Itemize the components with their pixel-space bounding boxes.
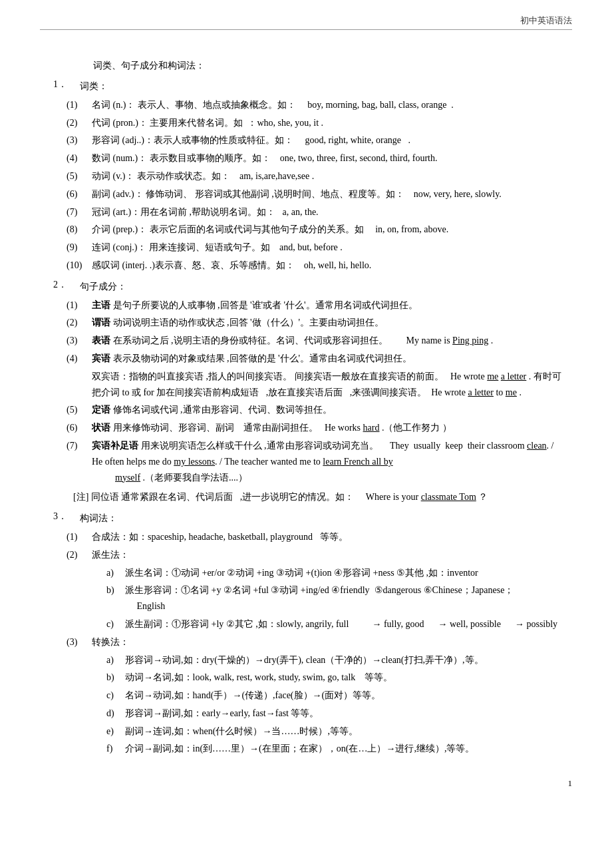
header-title: 初中英语语法: [520, 15, 572, 25]
sentence-part-predicative: (3) 表语 在系动词之后 ,说明主语的身份或特征。名词、代词或形容词担任。 M…: [67, 333, 565, 349]
conversion-noun-verb: c) 名词→动词,如：hand(手）→(传递）,face(脸）→(面对）等等。: [106, 688, 565, 704]
sentence-part-predicate: (2) 谓语 动词说明主语的动作或状态 ,回答 '做（什么）'。主要由动词担任。: [67, 315, 565, 331]
conversion-adv-conj: e) 副词→连词,如：when(什么时候）→当……时候）,等等。: [106, 724, 565, 740]
derivation-adverb: c) 派生副词：①形容词 +ly ②其它 ,如：slowly, angrily,…: [106, 616, 565, 632]
word-type-pronoun: (2) 代词 (pron.)： 主要用来代替名词。如 ：who, she, yo…: [67, 115, 565, 131]
sentence-part-adverbial: (6) 状语 用来修饰动词、形容词、副词 通常由副词担任。 He works h…: [67, 420, 565, 436]
sentence-part-attribute: (5) 定语 修饰名词或代词 ,通常由形容词、代词、数词等担任。: [67, 402, 565, 418]
sentence-parts-list: (1) 主语 是句子所要说的人或事物 ,回答是 '谁'或者 '什么'。通常用名词…: [67, 298, 565, 486]
word-type-adverb: (6) 副词 (adv.)： 修饰动词、 形容词或其他副词 ,说明时间、地点、程…: [67, 186, 565, 202]
derivation-list: a) 派生名词：①动词 +er/or ②动词 +ing ③动词 +(t)ion …: [106, 565, 565, 632]
conversion-items: a) 形容词→动词,如：dry(干燥的）→dry(弄干), clean（干净的）…: [106, 652, 565, 758]
word-formation-list: (1) 合成法：如：spaceship, headache, basketbal…: [67, 529, 565, 563]
section1-title: 1． 词类：: [53, 79, 565, 95]
word-types-list: (1) 名词 (n.)： 表示人、事物、地点或抽象概念。如： boy, morn…: [67, 97, 565, 274]
formation-compound: (1) 合成法：如：spaceship, headache, basketbal…: [67, 529, 565, 545]
sentence-part-double-object: 双宾语：指物的叫直接宾语 ,指人的叫间接宾语。 间接宾语一般放在直接宾语的前面。…: [67, 369, 565, 401]
derivation-noun: a) 派生名词：①动词 +er/or ②动词 +ing ③动词 +(t)ion …: [106, 565, 565, 581]
word-type-numeral: (4) 数词 (num.)： 表示数目或事物的顺序。如： one, two, t…: [67, 150, 565, 166]
content: 词类、句子成分和构词法： 1． 词类： (1) 名词 (n.)： 表示人、事物、…: [53, 60, 565, 757]
word-type-noun: (1) 名词 (n.)： 表示人、事物、地点或抽象概念。如： boy, morn…: [67, 97, 565, 113]
word-type-preposition: (8) 介词 (prep.)： 表示它后面的名词或代词与其他句子成分的关系。如 …: [67, 222, 565, 238]
sentence-part-subject: (1) 主语 是句子所要说的人或事物 ,回答是 '谁'或者 '什么'。通常用名词…: [67, 298, 565, 314]
conversion-adj-verb: a) 形容词→动词,如：dry(干燥的）→dry(弄干), clean（干净的）…: [106, 652, 565, 668]
conversion-adj-adv: d) 形容词→副词,如：early→early, fast→fast 等等。: [106, 706, 565, 722]
section2-title: 2． 句子成分：: [53, 279, 565, 295]
section-word-types: 1． 词类： (1) 名词 (n.)： 表示人、事物、地点或抽象概念。如： bo…: [53, 79, 565, 274]
section-sentence-parts: 2． 句子成分： (1) 主语 是句子所要说的人或事物 ,回答是 '谁'或者 '…: [53, 279, 565, 505]
section3-title: 3． 构词法：: [53, 511, 565, 527]
formation-conversion: (3) 转换法：: [67, 634, 565, 650]
intro-text: 词类、句子成分和构词法：: [93, 60, 565, 72]
page-header: 初中英语语法: [40, 15, 572, 30]
word-type-article: (7) 冠词 (art.)：用在名词前 ,帮助说明名词。如： a, an, th…: [67, 204, 565, 220]
section-word-formation: 3． 构词法： (1) 合成法：如：spaceship, headache, b…: [53, 511, 565, 757]
formation-derivation: (2) 派生法：: [67, 547, 565, 563]
sentence-part-object: (4) 宾语 表示及物动词的对象或结果 ,回答做的是 '什么'。通常由名词或代词…: [67, 351, 565, 367]
page-number: 1: [568, 778, 573, 789]
conversion-list: (3) 转换法：: [67, 634, 565, 650]
derivation-adjective: b) 派生形容词：①名词 +y ②名词 +ful ③动词 +ing/ed ④fr…: [106, 582, 565, 614]
word-type-interjection: (10) 感叹词 (interj. .)表示喜、怒、哀、乐等感情。如： oh, …: [67, 258, 565, 274]
word-type-conjunction: (9) 连词 (conj.)： 用来连接词、短语或句子。如 and, but, …: [67, 240, 565, 256]
sentence-part-obj-complement: (7) 宾语补足语 用来说明宾语怎么样或干什么 ,通常由形容词或动词充当。 Th…: [67, 438, 565, 485]
word-type-verb: (5) 动词 (v.)： 表示动作或状态。如： am, is,are,have,…: [67, 168, 565, 184]
conversion-verb-noun: b) 动词→名词,如：look, walk, rest, work, study…: [106, 670, 565, 686]
conversion-prep-adv: f) 介词→副词,如：in(到……里）→(在里面；在家），on(在…上）→进行,…: [106, 741, 565, 757]
page: 初中英语语法 词类、句子成分和构词法： 1． 词类： (1) 名词 (n.)： …: [0, 0, 612, 802]
word-type-adjective: (3) 形容词 (adj..)：表示人或事物的性质或特征。如： good, ri…: [67, 132, 565, 148]
note-appositive: [注] 同位语 通常紧跟在名词、代词后面 ,进一步说明它的情况。如： Where…: [73, 489, 565, 505]
